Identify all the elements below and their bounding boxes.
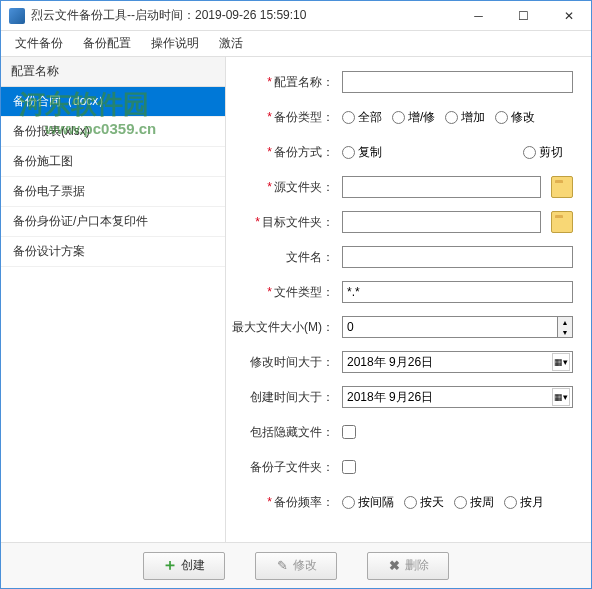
label-create-time: 创建时间大于：	[232, 389, 342, 406]
input-target-folder[interactable]	[342, 211, 541, 233]
input-config-name[interactable]	[342, 71, 573, 93]
spinner-max-file-size[interactable]: ▲ ▼	[342, 316, 573, 338]
label-source-folder: *源文件夹：	[232, 179, 342, 196]
create-button-label: 创建	[181, 557, 205, 574]
radio-freq-week[interactable]: 按周	[454, 494, 494, 511]
sidebar-item-2[interactable]: 备份施工图	[1, 147, 225, 177]
datepicker-modify-time-value: 2018年 9月26日	[343, 354, 552, 371]
label-file-type: *文件类型：	[232, 284, 342, 301]
datepicker-create-time-value: 2018年 9月26日	[343, 389, 552, 406]
modify-button[interactable]: ✎ 修改	[255, 552, 337, 580]
sidebar-item-3[interactable]: 备份电子票据	[1, 177, 225, 207]
label-backup-mode: *备份方式：	[232, 144, 342, 161]
body: 河东软件园 www.pc0359.cn 配置名称 备份合同（docx） 备份报表…	[1, 57, 591, 542]
radio-backup-type-mod[interactable]: 修改	[495, 109, 535, 126]
radio-backup-mode-copy[interactable]: 复制	[342, 144, 382, 161]
calendar-icon[interactable]: ▦▾	[552, 353, 570, 371]
app-icon	[9, 8, 25, 24]
row-config-name: *配置名称：	[232, 71, 573, 93]
close-button[interactable]: ✕	[546, 1, 591, 30]
spinner-down-button[interactable]: ▼	[558, 327, 572, 337]
menubar: 文件备份 备份配置 操作说明 激活	[1, 31, 591, 57]
delete-button[interactable]: ✖ 删除	[367, 552, 449, 580]
row-create-time: 创建时间大于： 2018年 9月26日 ▦▾	[232, 386, 573, 408]
spinner-up-button[interactable]: ▲	[558, 317, 572, 327]
radio-group-backup-type: 全部 增/修 增加 修改	[342, 109, 535, 126]
radio-freq-interval[interactable]: 按间隔	[342, 494, 394, 511]
label-include-hidden: 包括隐藏文件：	[232, 424, 342, 441]
radio-group-backup-mode: 复制 剪切	[342, 144, 573, 161]
row-backup-subfolders: 备份子文件夹：	[232, 456, 573, 478]
spinner-buttons: ▲ ▼	[557, 316, 573, 338]
row-backup-mode: *备份方式： 复制 剪切	[232, 141, 573, 163]
row-modify-time: 修改时间大于： 2018年 9月26日 ▦▾	[232, 351, 573, 373]
sidebar-header: 配置名称	[1, 57, 225, 87]
x-icon: ✖	[387, 559, 401, 573]
row-max-file-size: 最大文件大小(M)： ▲ ▼	[232, 316, 573, 338]
pencil-icon: ✎	[275, 559, 289, 573]
label-backup-type: *备份类型：	[232, 109, 342, 126]
row-file-name: 文件名：	[232, 246, 573, 268]
row-include-hidden: 包括隐藏文件：	[232, 421, 573, 443]
menu-file-backup[interactable]: 文件备份	[5, 32, 73, 55]
radio-freq-day[interactable]: 按天	[404, 494, 444, 511]
checkbox-backup-subfolders[interactable]	[342, 460, 356, 474]
radio-backup-type-add[interactable]: 增加	[445, 109, 485, 126]
label-modify-time: 修改时间大于：	[232, 354, 342, 371]
browse-target-folder-button[interactable]	[551, 211, 573, 233]
checkbox-include-hidden[interactable]	[342, 425, 356, 439]
label-target-folder: *目标文件夹：	[232, 214, 342, 231]
calendar-icon[interactable]: ▦▾	[552, 388, 570, 406]
input-max-file-size[interactable]	[342, 316, 557, 338]
label-backup-subfolders: 备份子文件夹：	[232, 459, 342, 476]
modify-button-label: 修改	[293, 557, 317, 574]
radio-backup-mode-cut[interactable]: 剪切	[523, 144, 563, 161]
menu-operation-help[interactable]: 操作说明	[141, 32, 209, 55]
sidebar-item-1[interactable]: 备份报表(xlsx)	[1, 117, 225, 147]
sidebar-item-4[interactable]: 备份身份证/户口本复印件	[1, 207, 225, 237]
sidebar-item-0[interactable]: 备份合同（docx）	[1, 87, 225, 117]
row-backup-frequency: *备份频率： 按间隔 按天 按周 按月	[232, 491, 573, 513]
radio-group-backup-frequency: 按间隔 按天 按周 按月	[342, 494, 544, 511]
radio-backup-type-all[interactable]: 全部	[342, 109, 382, 126]
input-source-folder[interactable]	[342, 176, 541, 198]
minimize-button[interactable]: ─	[456, 1, 501, 30]
menu-backup-config[interactable]: 备份配置	[73, 32, 141, 55]
maximize-button[interactable]: ☐	[501, 1, 546, 30]
datepicker-modify-time[interactable]: 2018年 9月26日 ▦▾	[342, 351, 573, 373]
window-controls: ─ ☐ ✕	[456, 1, 591, 30]
row-target-folder: *目标文件夹：	[232, 211, 573, 233]
form-panel: *配置名称： *备份类型： 全部 增/修 增加 修改 *备份方式：	[226, 57, 591, 542]
row-source-folder: *源文件夹：	[232, 176, 573, 198]
row-backup-type: *备份类型： 全部 增/修 增加 修改	[232, 106, 573, 128]
main-window: 烈云文件备份工具--启动时间：2019-09-26 15:59:10 ─ ☐ ✕…	[0, 0, 592, 589]
label-config-name: *配置名称：	[232, 74, 342, 91]
sidebar: 配置名称 备份合同（docx） 备份报表(xlsx) 备份施工图 备份电子票据 …	[1, 57, 226, 542]
radio-backup-type-addmod[interactable]: 增/修	[392, 109, 435, 126]
datepicker-create-time[interactable]: 2018年 9月26日 ▦▾	[342, 386, 573, 408]
radio-freq-month[interactable]: 按月	[504, 494, 544, 511]
label-file-name: 文件名：	[232, 249, 342, 266]
delete-button-label: 删除	[405, 557, 429, 574]
label-backup-frequency: *备份频率：	[232, 494, 342, 511]
menu-activate[interactable]: 激活	[209, 32, 253, 55]
window-title: 烈云文件备份工具--启动时间：2019-09-26 15:59:10	[31, 7, 456, 24]
row-file-type: *文件类型：	[232, 281, 573, 303]
plus-icon: ＋	[163, 559, 177, 573]
buttonbar: ＋ 创建 ✎ 修改 ✖ 删除	[1, 542, 591, 588]
input-file-type[interactable]	[342, 281, 573, 303]
create-button[interactable]: ＋ 创建	[143, 552, 225, 580]
input-file-name[interactable]	[342, 246, 573, 268]
browse-source-folder-button[interactable]	[551, 176, 573, 198]
label-max-file-size: 最大文件大小(M)：	[232, 319, 342, 336]
titlebar: 烈云文件备份工具--启动时间：2019-09-26 15:59:10 ─ ☐ ✕	[1, 1, 591, 31]
sidebar-item-5[interactable]: 备份设计方案	[1, 237, 225, 267]
